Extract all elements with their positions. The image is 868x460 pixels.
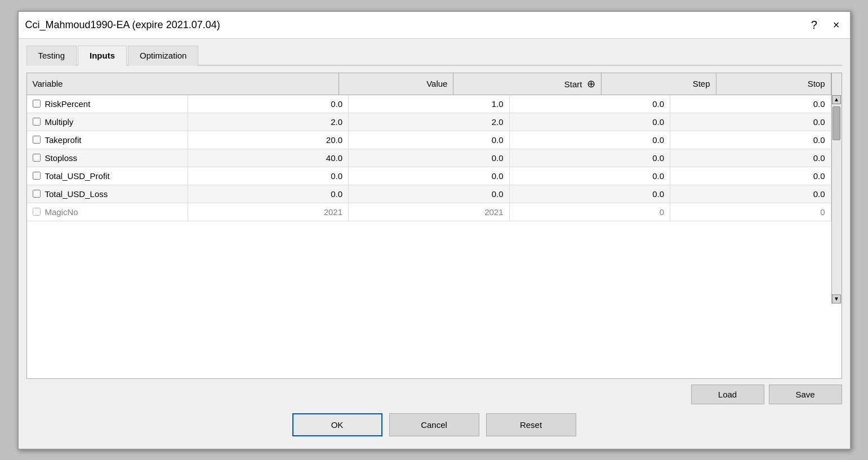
- variable-name: Total_USD_Profit: [45, 171, 110, 181]
- window-title: Cci_Mahmoud1990-EA (expire 2021.07.04): [25, 19, 220, 31]
- start-cell[interactable]: 0.0: [349, 131, 510, 149]
- step-cell[interactable]: 0.0: [509, 113, 670, 131]
- row-checkbox[interactable]: [33, 208, 41, 216]
- col-variable: Variable: [27, 73, 339, 95]
- step-cell[interactable]: 0.0: [509, 95, 670, 113]
- scrollbar-track: ▲ ▼: [831, 95, 842, 303]
- resize-cursor-icon: ⊕: [587, 78, 595, 90]
- window-body: Testing Inputs Optimization: [19, 39, 850, 449]
- table-row: Multiply: [27, 113, 188, 131]
- step-cell[interactable]: 0: [509, 203, 670, 221]
- table-row: Total_USD_Loss: [27, 185, 188, 203]
- stop-cell[interactable]: 0.0: [670, 167, 831, 185]
- row-checkbox[interactable]: [33, 172, 41, 180]
- scroll-thumb[interactable]: [833, 106, 840, 140]
- row-checkbox[interactable]: [33, 100, 41, 108]
- tab-testing[interactable]: Testing: [26, 46, 77, 66]
- variable-name: Stoploss: [45, 153, 78, 163]
- table-header: Variable Value Start ⊕: [27, 73, 842, 95]
- cancel-button[interactable]: Cancel: [389, 413, 479, 436]
- start-cell[interactable]: 0.0: [349, 185, 510, 203]
- row-checkbox[interactable]: [33, 118, 41, 126]
- col-step: Step: [601, 73, 716, 95]
- value-cell[interactable]: 2.0: [188, 113, 349, 131]
- reset-button[interactable]: Reset: [486, 413, 576, 436]
- table-row: MagicNo: [27, 203, 188, 221]
- footer-buttons: OK Cancel Reset: [26, 404, 842, 441]
- stop-cell[interactable]: 0: [670, 203, 831, 221]
- table-row: Takeprofit: [27, 131, 188, 149]
- table-container: Variable Value Start ⊕: [26, 73, 842, 379]
- scroll-up-button[interactable]: ▲: [832, 95, 841, 104]
- start-cell[interactable]: 0.0: [349, 149, 510, 167]
- step-cell[interactable]: 0.0: [509, 185, 670, 203]
- col-value: Value: [339, 73, 453, 95]
- thead-scroll-spacer: [831, 73, 842, 95]
- stop-cell[interactable]: 0.0: [670, 113, 831, 131]
- value-cell[interactable]: 2021: [188, 203, 349, 221]
- title-bar-buttons: ? ×: [808, 17, 843, 33]
- row-checkbox[interactable]: [33, 154, 41, 162]
- stop-cell[interactable]: 0.0: [670, 131, 831, 149]
- table-body-scroll[interactable]: RiskPercent0.01.00.00.0Multiply2.02.00.0…: [27, 95, 831, 303]
- tabs-container: Testing Inputs Optimization: [26, 44, 842, 66]
- variable-name: Total_USD_Loss: [45, 189, 108, 199]
- table-row: Total_USD_Profit: [27, 167, 188, 185]
- value-cell[interactable]: 40.0: [188, 149, 349, 167]
- title-bar: Cci_Mahmoud1990-EA (expire 2021.07.04) ?…: [19, 12, 850, 39]
- table-scroll-area: RiskPercent0.01.00.00.0Multiply2.02.00.0…: [27, 95, 842, 303]
- tab-optimization[interactable]: Optimization: [128, 46, 198, 66]
- step-cell[interactable]: 0.0: [509, 167, 670, 185]
- col-start: Start ⊕: [453, 73, 601, 95]
- params-table: Variable Value Start ⊕: [27, 73, 831, 95]
- step-cell[interactable]: 0.0: [509, 131, 670, 149]
- row-checkbox[interactable]: [33, 190, 41, 198]
- table-row: RiskPercent: [27, 95, 188, 113]
- save-button[interactable]: Save: [769, 385, 842, 404]
- content-area: Variable Value Start ⊕: [26, 73, 842, 404]
- value-cell[interactable]: 0.0: [188, 167, 349, 185]
- tab-inputs[interactable]: Inputs: [78, 46, 127, 66]
- params-table-body: RiskPercent0.01.00.00.0Multiply2.02.00.0…: [27, 95, 831, 221]
- variable-name: MagicNo: [45, 207, 78, 217]
- value-cell[interactable]: 0.0: [188, 185, 349, 203]
- variable-name: Takeprofit: [45, 135, 82, 145]
- value-cell[interactable]: 20.0: [188, 131, 349, 149]
- start-cell[interactable]: 2.0: [349, 113, 510, 131]
- main-window: Cci_Mahmoud1990-EA (expire 2021.07.04) ?…: [17, 11, 851, 450]
- scroll-down-button[interactable]: ▼: [832, 294, 841, 303]
- help-button[interactable]: ?: [808, 17, 821, 33]
- step-cell[interactable]: 0.0: [509, 149, 670, 167]
- start-cell[interactable]: 0.0: [349, 167, 510, 185]
- col-stop: Stop: [716, 73, 831, 95]
- start-cell[interactable]: 1.0: [349, 95, 510, 113]
- ok-button[interactable]: OK: [292, 413, 382, 436]
- variable-name: Multiply: [45, 117, 74, 127]
- close-button[interactable]: ×: [830, 17, 843, 33]
- stop-cell[interactable]: 0.0: [670, 185, 831, 203]
- variable-name: RiskPercent: [45, 99, 91, 109]
- value-cell[interactable]: 0.0: [188, 95, 349, 113]
- stop-cell[interactable]: 0.0: [670, 149, 831, 167]
- load-save-buttons: Load Save: [26, 379, 842, 404]
- start-cell[interactable]: 2021: [349, 203, 510, 221]
- row-checkbox[interactable]: [33, 136, 41, 144]
- table-row: Stoploss: [27, 149, 188, 167]
- load-button[interactable]: Load: [691, 385, 764, 404]
- stop-cell[interactable]: 0.0: [670, 95, 831, 113]
